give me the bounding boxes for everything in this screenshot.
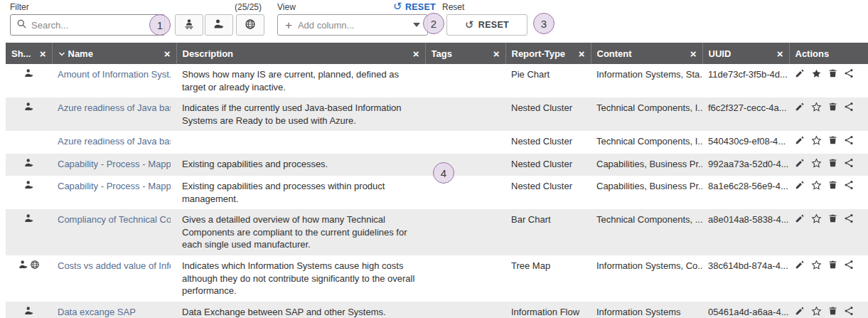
edit-icon[interactable] (795, 213, 805, 227)
actions-cell (789, 97, 868, 131)
report-content: Capabilities, Business Pr... (591, 154, 702, 176)
share-icon[interactable] (844, 135, 854, 149)
favorite-star-icon[interactable] (811, 102, 822, 116)
favorite-star-icon[interactable] (811, 158, 822, 172)
table-body: Amount of Information Syst...Shows how m… (6, 64, 868, 318)
delete-trash-icon[interactable] (828, 213, 837, 227)
share-icon[interactable] (844, 260, 854, 273)
person-share-icon (24, 306, 34, 318)
table-header-row: Sh...×Name×Description×Tags×Report-Type×… (6, 43, 868, 64)
delete-trash-icon[interactable] (828, 306, 837, 318)
name-cell: Costs vs added value of Info... (52, 255, 176, 302)
table-row: Azure readiness of Java bas...Indicates … (6, 97, 868, 131)
column-header-actions[interactable]: Actions (789, 43, 868, 64)
plus-icon: + (285, 19, 292, 31)
share-icon[interactable] (844, 102, 854, 115)
report-name-link[interactable]: Azure readiness of Java bas... (58, 102, 171, 115)
report-content: Technical Components, I... (591, 131, 702, 154)
favorite-star-icon[interactable] (811, 68, 822, 83)
org-unit-icon (183, 18, 195, 32)
person-share-filter-button[interactable] (205, 14, 233, 36)
report-name-link[interactable]: Amount of Information Syst... (58, 68, 171, 81)
reset-button-label: RESET (478, 20, 509, 30)
edit-icon[interactable] (795, 102, 805, 115)
column-header-content[interactable]: Content× (591, 43, 702, 64)
report-description: Shows how many IS are current, planned, … (176, 64, 425, 97)
sort-chevron-down-icon[interactable] (58, 48, 65, 59)
share-icon[interactable] (844, 306, 854, 318)
report-name-link[interactable]: Capability - Process - Mappi... (58, 180, 171, 193)
edit-icon[interactable] (795, 260, 805, 273)
share-icon[interactable] (844, 158, 854, 171)
report-type: Tree Map (505, 255, 591, 302)
column-header-reporttype[interactable]: Report-Type× (505, 43, 591, 64)
close-column-icon[interactable]: × (777, 48, 783, 59)
view-label: View (277, 2, 296, 12)
favorite-star-icon[interactable] (811, 180, 822, 194)
close-column-icon[interactable]: × (579, 48, 585, 59)
report-type: Information Flow (505, 302, 591, 318)
search-input[interactable] (31, 20, 159, 31)
person-share-icon (213, 18, 225, 32)
actions-cell (789, 302, 868, 318)
view-reset-link[interactable]: ↺RESET (393, 1, 436, 12)
column-header-description[interactable]: Description× (176, 43, 425, 64)
close-column-icon[interactable]: × (690, 48, 697, 59)
dropdown-arrow-icon[interactable] (413, 23, 420, 27)
delete-trash-icon[interactable] (828, 180, 837, 194)
edit-icon[interactable] (795, 180, 805, 194)
close-column-icon[interactable]: × (493, 48, 500, 59)
close-column-icon[interactable]: × (413, 48, 419, 59)
edit-icon[interactable] (795, 68, 805, 82)
report-uuid: 05461a4d-a6aa-4... (702, 302, 789, 318)
reset-button[interactable]: ↺ RESET (446, 14, 527, 36)
favorite-star-icon[interactable] (811, 306, 822, 318)
add-column-combobox[interactable]: + Add column... (277, 14, 428, 36)
report-name-link[interactable]: Compliancy of Technical Co... (58, 213, 171, 226)
close-column-icon[interactable]: × (40, 48, 46, 59)
annotation-callout-2: 2 (423, 13, 444, 34)
report-description: Existing capabilities and processes with… (176, 176, 425, 209)
org-unit-filter-button[interactable] (175, 14, 203, 36)
column-header-uuid[interactable]: UUID× (702, 43, 789, 64)
globe-icon (30, 260, 40, 273)
report-name-link[interactable]: Costs vs added value of Info... (58, 260, 171, 272)
favorite-star-icon[interactable] (811, 213, 822, 228)
column-header-tags[interactable]: Tags× (425, 43, 505, 64)
column-header-name[interactable]: Name× (52, 43, 176, 64)
edit-icon[interactable] (795, 135, 805, 149)
share-icon[interactable] (844, 68, 854, 82)
favorite-star-icon[interactable] (811, 135, 822, 149)
favorite-star-icon[interactable] (811, 260, 822, 274)
actions-cell (789, 255, 868, 302)
report-name-link[interactable]: Azure readiness of Java bas... (58, 135, 171, 148)
name-cell: Azure readiness of Java bas... (52, 97, 176, 131)
report-content: Information Systems (591, 302, 702, 318)
result-count: (25/25) (235, 2, 262, 12)
edit-icon[interactable] (795, 158, 805, 171)
report-uuid: 11de73cf-3f5b-4d... (702, 64, 789, 97)
report-type: Nested Cluster (505, 97, 591, 131)
edit-icon[interactable] (795, 306, 805, 318)
column-label: Content (597, 48, 632, 59)
close-column-icon[interactable]: × (164, 48, 171, 59)
column-header-sh[interactable]: Sh...× (6, 43, 52, 64)
share-icon[interactable] (844, 180, 854, 194)
report-name-link[interactable]: Capability - Process - Mappi... (58, 158, 171, 171)
report-tags (425, 302, 505, 318)
shared-cell (6, 255, 52, 302)
globe-filter-button[interactable] (236, 14, 264, 36)
delete-trash-icon[interactable] (828, 135, 837, 149)
share-icon[interactable] (844, 213, 854, 227)
column-label: Tags (432, 48, 452, 59)
report-name-link[interactable]: Data excange SAP (58, 306, 171, 318)
delete-trash-icon[interactable] (828, 158, 837, 171)
report-tags (425, 97, 505, 131)
shared-cell (6, 154, 52, 176)
delete-trash-icon[interactable] (828, 68, 837, 82)
delete-trash-icon[interactable] (828, 260, 837, 273)
table-row: Data excange SAPData Exchange between SA… (6, 302, 868, 318)
shared-cell (6, 131, 52, 154)
report-type: Nested Cluster (505, 176, 591, 209)
delete-trash-icon[interactable] (828, 102, 837, 115)
